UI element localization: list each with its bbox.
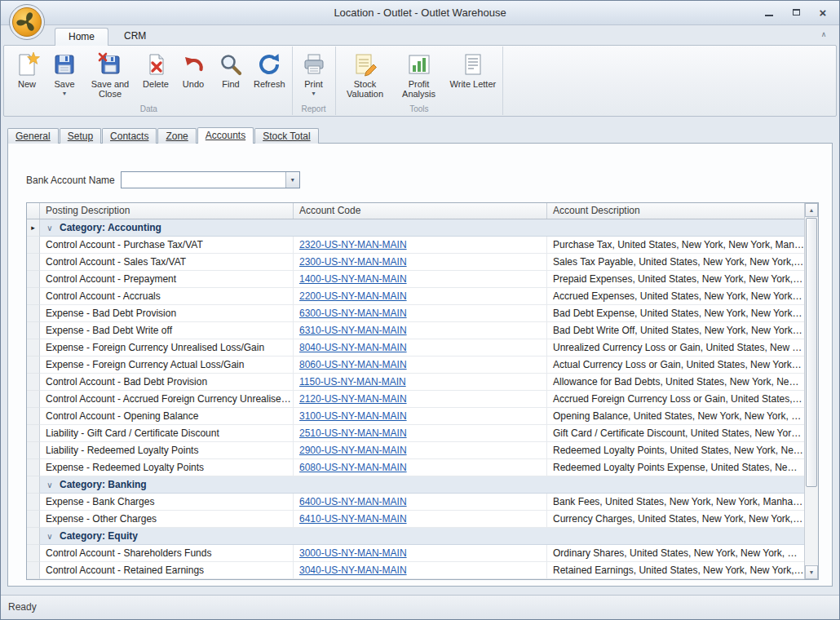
row-selector[interactable]: ▸	[27, 219, 40, 237]
row-selector[interactable]	[27, 408, 40, 425]
row-selector[interactable]	[27, 271, 40, 288]
restore-button[interactable]	[786, 5, 806, 20]
ribbon-tab-crm[interactable]: CRM	[110, 27, 160, 45]
row-selector[interactable]	[27, 425, 40, 442]
table-row[interactable]: Expense - Bad Debt Write off6310-US-NY-M…	[27, 322, 804, 339]
tab-setup[interactable]: Setup	[60, 128, 101, 144]
refresh-button[interactable]: Refresh	[250, 48, 290, 105]
save-button[interactable]: Save ▾	[46, 48, 83, 105]
find-button[interactable]: Find	[212, 48, 250, 105]
scroll-down-button[interactable]: ▼	[805, 565, 818, 579]
account-code-link[interactable]: 6080-US-NY-MAN-MAIN	[299, 462, 407, 473]
table-row[interactable]: Expense - Bank Charges6400-US-NY-MAN-MAI…	[27, 494, 804, 511]
write-letter-button[interactable]: Write Letter	[446, 48, 501, 105]
table-row[interactable]: Control Account - Accrued Foreign Curren…	[27, 391, 804, 408]
account-code-link[interactable]: 6300-US-NY-MAN-MAIN	[299, 308, 407, 319]
row-selector[interactable]	[27, 356, 40, 374]
bank-account-combo[interactable]: ▾	[121, 171, 300, 188]
account-code-link[interactable]: 6400-US-NY-MAN-MAIN	[299, 496, 407, 507]
row-selector[interactable]	[27, 391, 40, 408]
row-selector[interactable]	[27, 322, 40, 339]
account-code-link[interactable]: 8060-US-NY-MAN-MAIN	[299, 359, 407, 370]
account-code-link[interactable]: 6310-US-NY-MAN-MAIN	[299, 325, 407, 336]
table-row[interactable]: Liability - Gift Card / Certificate Disc…	[27, 425, 804, 442]
collapse-chevron-icon[interactable]: ∨	[40, 480, 60, 489]
table-row[interactable]: ∨Category: Banking	[27, 476, 804, 494]
ribbon-tab-home[interactable]: Home	[55, 28, 108, 46]
profit-analysis-button[interactable]: Profit Analysis	[392, 48, 446, 105]
account-code-link[interactable]: 1400-US-NY-MAN-MAIN	[299, 273, 407, 285]
table-row[interactable]: Liability - Redeemed Loyalty Points2900-…	[27, 442, 804, 459]
table-row[interactable]: Control Account - Bad Debt Provision1150…	[27, 374, 804, 391]
tab-contacts[interactable]: Contacts	[102, 128, 157, 144]
row-selector[interactable]	[27, 476, 40, 494]
undo-button[interactable]: Undo	[175, 48, 212, 105]
table-row[interactable]: ▸∨Category: Accounting	[27, 219, 804, 237]
table-row[interactable]: Expense - Redeemed Loyalty Points6080-US…	[27, 459, 804, 476]
row-selector[interactable]	[27, 459, 40, 476]
save-dropdown-icon[interactable]: ▾	[63, 91, 66, 97]
table-row[interactable]: Control Account - Sales Tax/VAT2300-US-N…	[27, 254, 804, 271]
table-row[interactable]: Expense - Other Charges6410-US-NY-MAN-MA…	[27, 511, 804, 528]
account-code-link[interactable]: 2300-US-NY-MAN-MAIN	[299, 256, 407, 268]
row-selector[interactable]	[27, 374, 40, 391]
account-code-link[interactable]: 2200-US-NY-MAN-MAIN	[299, 290, 407, 302]
column-header-posting-description[interactable]: Posting Description	[40, 203, 294, 219]
table-row[interactable]: Expense - Bad Debt Provision6300-US-NY-M…	[27, 305, 804, 322]
app-menu-button[interactable]	[8, 3, 46, 41]
account-code-link[interactable]: 6410-US-NY-MAN-MAIN	[299, 513, 407, 525]
tab-zone[interactable]: Zone	[157, 128, 196, 144]
table-row[interactable]: ∨Category: Equity	[27, 528, 804, 545]
row-selector[interactable]	[27, 494, 40, 511]
print-dropdown-icon[interactable]: ▾	[312, 91, 316, 97]
row-selector[interactable]	[27, 545, 40, 562]
combo-dropdown-button[interactable]: ▾	[285, 172, 299, 188]
row-selector[interactable]	[27, 442, 40, 459]
account-code-link[interactable]: 2900-US-NY-MAN-MAIN	[299, 445, 407, 456]
tools-group-label: Tools	[336, 104, 503, 113]
account-code-link[interactable]: 3040-US-NY-MAN-MAIN	[299, 565, 407, 576]
table-row[interactable]: Expense - Foreign Currency Actual Loss/G…	[27, 356, 804, 374]
stock-valuation-button[interactable]: Stock Valuation	[338, 48, 392, 105]
row-selector[interactable]	[27, 562, 40, 579]
row-selector[interactable]	[27, 339, 40, 356]
table-row[interactable]: Expense - Foreign Currency Unrealised Lo…	[27, 339, 804, 356]
collapse-chevron-icon[interactable]: ∨	[40, 224, 60, 232]
table-row[interactable]: Control Account - Retained Earnings3040-…	[27, 562, 804, 579]
row-selector[interactable]	[27, 254, 40, 271]
account-code-link[interactable]: 1150-US-NY-MAN-MAIN	[299, 376, 406, 388]
close-button[interactable]: ×	[813, 5, 833, 20]
table-row[interactable]: Control Account - Shareholders Funds3000…	[27, 545, 804, 562]
save-and-close-button[interactable]: Save and Close	[83, 48, 137, 105]
row-selector[interactable]	[27, 288, 40, 305]
row-selector[interactable]	[27, 305, 40, 322]
column-header-account-code[interactable]: Account Code	[294, 203, 547, 219]
tab-accounts[interactable]: Accounts	[197, 127, 254, 144]
account-code-link[interactable]: 2510-US-NY-MAN-MAIN	[299, 427, 407, 439]
row-selector[interactable]	[27, 528, 40, 545]
account-code-link[interactable]: 8040-US-NY-MAN-MAIN	[299, 342, 407, 353]
account-code-link[interactable]: 3000-US-NY-MAN-MAIN	[299, 547, 407, 559]
print-button[interactable]: Print ▾	[295, 48, 333, 105]
delete-button[interactable]: Delete	[137, 48, 175, 105]
tab-stock-total[interactable]: Stock Total	[254, 128, 318, 144]
new-button[interactable]: New	[8, 48, 46, 105]
minimize-button[interactable]	[759, 5, 779, 20]
tab-general[interactable]: General	[7, 128, 59, 144]
account-code-link[interactable]: 2120-US-NY-MAN-MAIN	[299, 393, 407, 405]
scroll-up-button[interactable]: ▲	[805, 203, 818, 217]
accounts-panel: Bank Account Name ▾ Posting Description …	[7, 143, 833, 587]
table-row[interactable]: Control Account - Prepayment1400-US-NY-M…	[27, 271, 804, 288]
account-code-cell: 2320-US-NY-MAN-MAIN	[294, 237, 547, 254]
column-header-account-description[interactable]: Account Description	[547, 203, 804, 219]
table-row[interactable]: Control Account - Accruals2200-US-NY-MAN…	[27, 288, 804, 305]
row-selector[interactable]	[27, 237, 40, 254]
collapse-chevron-icon[interactable]: ∨	[40, 532, 60, 541]
scrollbar-thumb[interactable]	[806, 218, 817, 487]
account-code-link[interactable]: 2320-US-NY-MAN-MAIN	[299, 239, 407, 250]
row-selector[interactable]	[27, 511, 40, 528]
vertical-scrollbar[interactable]: ▲ ▼	[804, 203, 818, 579]
table-row[interactable]: Control Account - Purchase Tax/VAT2320-U…	[27, 237, 804, 254]
account-code-link[interactable]: 3100-US-NY-MAN-MAIN	[299, 410, 407, 422]
table-row[interactable]: Control Account - Opening Balance3100-US…	[27, 408, 804, 425]
